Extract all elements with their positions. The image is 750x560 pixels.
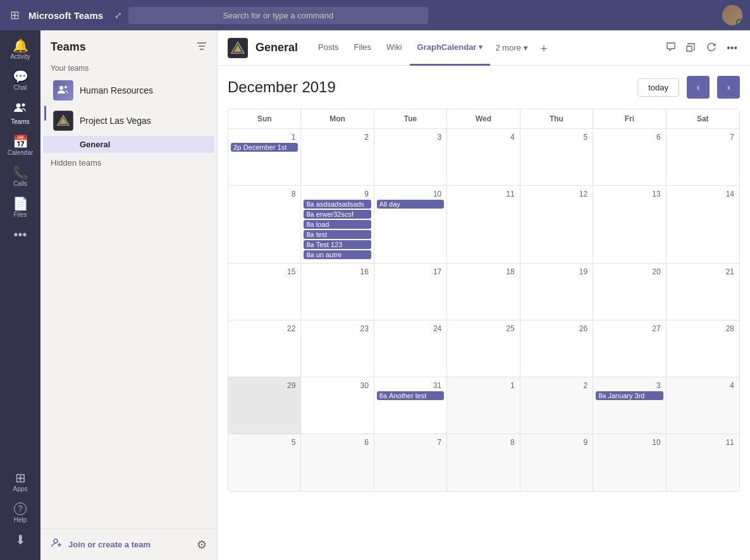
event-pill[interactable]: All day: [377, 200, 444, 209]
cal-cell[interactable]: 25: [447, 320, 520, 377]
sidebar-item-activity[interactable]: 🔔 Activity: [4, 35, 37, 64]
cal-cell[interactable]: 4: [447, 129, 520, 186]
cal-cell[interactable]: 3: [374, 129, 447, 186]
sidebar-item-calendar[interactable]: 📅 Calendar: [4, 131, 37, 160]
cal-cell[interactable]: 14: [667, 186, 739, 264]
cal-cell[interactable]: 26: [520, 320, 593, 377]
event-pill[interactable]: 2pDecember 1st: [231, 143, 298, 152]
cal-cell[interactable]: 17: [374, 264, 447, 320]
tab-add-button[interactable]: ＋: [533, 30, 555, 66]
today-button[interactable]: today: [637, 78, 679, 97]
content-area: General Posts Files Wiki GraphCalendar ▾…: [218, 30, 750, 560]
sidebar-item-chat[interactable]: 💬 Chat: [4, 66, 37, 95]
sidebar-item-download[interactable]: ⬇: [4, 530, 37, 550]
tab-posts[interactable]: Posts: [310, 30, 347, 66]
cal-cell[interactable]: 6: [593, 129, 666, 186]
calendar-month-title: December 2019: [228, 78, 630, 96]
cal-cell[interactable]: 8: [228, 186, 301, 264]
search-input[interactable]: [128, 7, 427, 24]
grid-icon[interactable]: ⊞: [8, 6, 22, 25]
event-pill[interactable]: 8aun autre: [304, 250, 371, 259]
cal-date: 14: [669, 188, 737, 200]
cal-cell[interactable]: 29: [228, 377, 301, 434]
cal-cell[interactable]: 24: [374, 320, 447, 377]
more-action-icon[interactable]: •••: [724, 40, 740, 56]
sidebar-item-calls[interactable]: 📞 Calls: [4, 162, 37, 191]
prev-month-button[interactable]: ‹: [687, 76, 710, 99]
cal-cell[interactable]: 11: [447, 186, 520, 264]
cal-cell[interactable]: 13: [593, 186, 666, 264]
event-pill[interactable]: 8aTest 123: [304, 240, 371, 249]
settings-icon[interactable]: ⚙: [197, 538, 207, 552]
cal-cell[interactable]: 9: [520, 434, 593, 491]
filter-icon[interactable]: [197, 41, 207, 54]
chat-action-icon[interactable]: [663, 39, 679, 57]
cal-cell[interactable]: 30: [301, 377, 374, 434]
cal-cell[interactable]: 2: [520, 377, 593, 434]
cal-cell[interactable]: 27: [593, 320, 666, 377]
svg-point-9: [54, 539, 58, 543]
cal-cell[interactable]: 15: [228, 264, 301, 320]
cal-cell[interactable]: 19: [520, 264, 593, 320]
cal-cell[interactable]: 18: [447, 264, 520, 320]
cal-cell[interactable]: 10All day: [374, 186, 447, 264]
next-month-button[interactable]: ›: [717, 76, 740, 99]
sidebar-item-files[interactable]: 📄 Files: [4, 193, 37, 222]
cal-cell[interactable]: 1: [447, 377, 520, 434]
cal-cell[interactable]: 10: [593, 434, 666, 491]
expand-icon[interactable]: ⤢: [114, 10, 122, 20]
team-item-hr[interactable]: Human Resources •••: [43, 75, 214, 106]
cal-date: 7: [377, 437, 444, 448]
sidebar-item-help[interactable]: ? Help: [4, 499, 37, 527]
event-pill[interactable]: 8aAnother test: [377, 391, 444, 400]
cal-date: 1: [231, 131, 298, 143]
day-header-mon: Mon: [301, 109, 374, 128]
channel-header: General Posts Files Wiki GraphCalendar ▾…: [218, 30, 750, 66]
cal-cell[interactable]: 2: [301, 129, 374, 186]
cal-cell[interactable]: 12pDecember 1st: [228, 129, 301, 186]
hidden-teams-label[interactable]: Hidden teams: [40, 153, 217, 173]
refresh-action-icon[interactable]: [704, 39, 719, 57]
cal-cell[interactable]: 7: [374, 434, 447, 491]
cal-cell[interactable]: 21: [667, 264, 739, 320]
cal-cell[interactable]: 5: [228, 434, 301, 491]
chat-icon: 💬: [13, 70, 28, 83]
cal-cell[interactable]: 22: [228, 320, 301, 377]
tab-more[interactable]: 2 more ▾: [490, 30, 532, 66]
sidebar-label-calls: Calls: [13, 180, 27, 187]
event-pill[interactable]: 8atest: [304, 230, 371, 239]
cal-cell[interactable]: 8: [447, 434, 520, 491]
cal-cell[interactable]: 12: [520, 186, 593, 264]
cal-cell[interactable]: 6: [301, 434, 374, 491]
channel-item-general[interactable]: General: [43, 136, 214, 153]
cal-cell[interactable]: 5: [520, 129, 593, 186]
join-create-team-button[interactable]: Join or create a team: [51, 537, 151, 552]
event-pill[interactable]: 8aload: [304, 220, 371, 229]
cal-cell[interactable]: 38aJanuary 3rd: [593, 377, 666, 434]
cal-date: 30: [304, 380, 371, 391]
tab-files[interactable]: Files: [347, 30, 379, 66]
cal-cell[interactable]: 16: [301, 264, 374, 320]
cal-cell[interactable]: 28: [667, 320, 739, 377]
expand-action-icon[interactable]: [684, 39, 699, 57]
cal-cell[interactable]: 98aasdsadsadsads8aerwer32scsf8aload8ates…: [301, 186, 374, 264]
cal-cell[interactable]: 7: [667, 129, 739, 186]
cal-cell[interactable]: 11: [667, 434, 739, 491]
sidebar-item-more[interactable]: •••: [4, 224, 37, 245]
cal-cell[interactable]: 20: [593, 264, 666, 320]
event-pill[interactable]: 8aerwer32scsf: [304, 210, 371, 219]
event-pill[interactable]: 8aasdsadsadsads: [304, 200, 371, 209]
team-item-plv[interactable]: Project Las Vegas •••: [43, 106, 214, 136]
event-pill[interactable]: 8aJanuary 3rd: [596, 391, 663, 400]
cal-cell[interactable]: 4: [667, 377, 739, 434]
avatar[interactable]: [722, 5, 742, 25]
cal-date: 9: [523, 437, 590, 448]
sidebar-item-apps[interactable]: ⊞ Apps: [4, 468, 37, 496]
cal-cell[interactable]: 23: [301, 320, 374, 377]
cal-date: 6: [304, 437, 371, 448]
teams-panel: Teams Your teams Human: [40, 30, 218, 560]
tab-graph-calendar[interactable]: GraphCalendar ▾: [410, 30, 491, 66]
tab-wiki[interactable]: Wiki: [379, 30, 410, 66]
cal-cell[interactable]: 318aAnother test: [374, 377, 447, 434]
sidebar-item-teams[interactable]: Teams: [4, 97, 37, 129]
